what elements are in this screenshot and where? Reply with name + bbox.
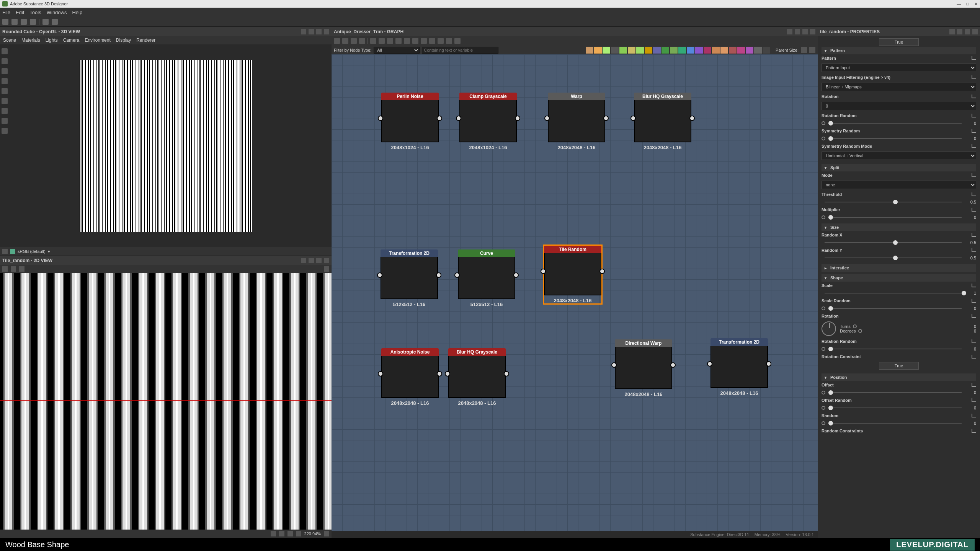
node-trans2d2[interactable]: Transformation 2D2048x2048 - L16 [710,338,768,396]
submenu-scene[interactable]: Scene [3,37,16,43]
reset-icon[interactable] [972,299,976,303]
info-icon[interactable] [359,38,365,44]
palette-swatch[interactable] [594,47,602,54]
distribute-icon[interactable] [395,38,402,44]
menu-tools[interactable]: Tools [29,10,41,15]
palette-icon[interactable] [446,38,452,44]
palette-swatch[interactable] [636,47,644,54]
cut-icon[interactable] [379,38,385,44]
restore-icon[interactable] [795,29,800,34]
tool-icon[interactable] [2,118,8,124]
input-pin[interactable] [445,371,450,377]
save-icon[interactable] [30,19,36,25]
reset-icon[interactable] [972,248,976,252]
node-clamp[interactable]: Clamp Grayscale2048x1024 - L16 [459,93,517,150]
input-pin[interactable] [630,116,636,121]
output-pin[interactable] [437,371,442,377]
input-pin[interactable] [611,362,617,368]
reset-icon[interactable] [972,56,976,60]
palette-swatch[interactable] [754,47,762,54]
colorspace-label[interactable]: sRGB (default) [18,249,46,254]
section-position[interactable]: Position [822,373,976,381]
palette-swatch[interactable] [704,47,711,54]
open-icon[interactable] [2,266,8,272]
cursor-icon[interactable] [334,38,340,44]
link-sizes-icon[interactable] [801,47,807,53]
tool-icon[interactable] [2,88,8,94]
shape-rotrand-slider[interactable] [828,349,962,349]
center-icon[interactable] [296,531,301,536]
restore-icon[interactable] [309,258,314,263]
export-icon[interactable] [2,249,8,254]
node-trans2d[interactable]: Transformation 2D512x512 - L16 [381,249,438,307]
pin-icon[interactable] [949,29,955,34]
link-sizes-icon[interactable] [809,47,815,53]
node-dirwarp[interactable]: Directional Warp2048x2048 - L16 [615,339,672,397]
input-pin[interactable] [377,272,382,278]
palette-swatch[interactable] [628,47,635,54]
section-pattern[interactable]: Pattern [822,47,976,54]
palette-swatch[interactable] [729,47,737,54]
radio-icon[interactable] [853,324,857,328]
node-blurhq2[interactable]: Blur HQ Grayscale2048x2048 - L16 [448,348,506,406]
lock-icon[interactable] [324,531,329,536]
output-pin[interactable] [437,116,442,121]
tool-icon[interactable] [2,78,8,84]
tool-icon[interactable] [2,68,8,74]
node-blurhq1[interactable]: Blur HQ Grayscale2048x2048 - L16 [634,93,691,150]
input-pin[interactable] [544,116,550,121]
output-pin[interactable] [513,272,519,278]
palette-swatch[interactable] [720,47,728,54]
output-pin[interactable] [603,116,609,121]
rotconstraint-toggle[interactable]: True [879,362,919,370]
close-panel-icon[interactable] [324,258,329,263]
refresh-icon[interactable] [421,38,427,44]
random-slider[interactable] [828,423,962,424]
reset-icon[interactable] [972,314,976,318]
dropdown-icon[interactable]: ▾ [48,249,50,254]
radio-icon[interactable] [822,347,825,351]
reset-icon[interactable] [972,414,976,417]
reset-icon[interactable] [972,355,976,359]
palette-swatch[interactable] [619,47,627,54]
palette-swatch[interactable] [695,47,703,54]
true-toggle[interactable]: True [879,38,919,46]
save-icon[interactable] [11,266,16,272]
camera-icon[interactable] [351,38,357,44]
reset-icon[interactable] [972,383,976,387]
palette-swatch[interactable] [712,47,720,54]
maximize-panel-icon[interactable] [802,29,808,34]
reset-icon[interactable] [972,114,976,117]
palette-swatch[interactable] [670,47,678,54]
output-pin[interactable] [436,272,441,278]
output-pin[interactable] [515,116,520,121]
threshold-slider[interactable] [825,202,962,202]
input-pin[interactable] [454,272,460,278]
reset-icon[interactable] [972,233,976,237]
palette-swatch[interactable] [645,47,652,54]
tool-icon[interactable] [2,58,8,64]
tool-icon[interactable] [2,128,8,134]
reset-icon[interactable] [972,192,976,196]
reset-icon[interactable] [972,75,976,79]
input-pin[interactable] [707,361,712,367]
node-curve[interactable]: Curve512x512 - L16 [458,249,515,307]
pin2-icon[interactable] [454,38,461,44]
palette-swatch[interactable] [603,47,610,54]
palette-swatch[interactable] [687,47,694,54]
restore-icon[interactable] [309,29,314,34]
redo-icon[interactable] [52,19,58,25]
symmode-select[interactable]: Horizontal + Vertical [822,152,976,160]
copy-icon[interactable] [19,266,24,272]
tool-icon[interactable] [2,48,8,54]
maximize-panel-icon[interactable] [316,258,322,263]
radio-icon[interactable] [822,406,825,410]
submenu-renderer[interactable]: Renderer [136,37,155,43]
palette-swatch[interactable] [653,47,661,54]
section-split[interactable]: Split [822,164,976,171]
submenu-camera[interactable]: Camera [63,37,80,43]
node-tilerand[interactable]: Tile Random2048x2048 - L16 [544,246,601,303]
palette-swatch[interactable] [611,47,619,54]
fit-icon[interactable] [279,531,284,536]
scalerand-slider[interactable] [828,308,962,309]
